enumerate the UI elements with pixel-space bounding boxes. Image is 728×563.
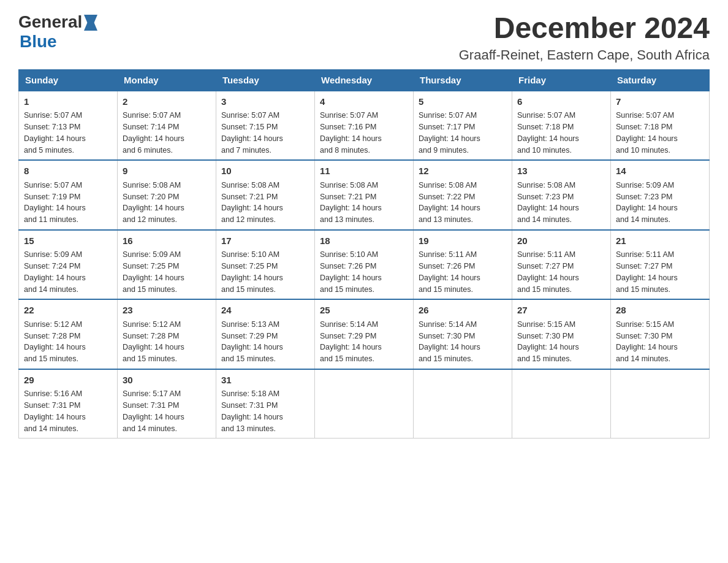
sunrise-text: Sunrise: 5:07 AM	[320, 111, 378, 120]
daylight-text: Daylight: 14 hours	[320, 343, 382, 351]
table-row: 10Sunrise: 5:08 AMSunset: 7:21 PMDayligh…	[216, 160, 315, 230]
sunset-text: Sunset: 7:25 PM	[221, 262, 278, 270]
daylight-and-text: and 9 minutes.	[419, 146, 469, 155]
day-number: 28	[616, 304, 704, 318]
day-number: 17	[221, 234, 309, 248]
calendar-week-row: 1Sunrise: 5:07 AMSunset: 7:13 PMDaylight…	[19, 91, 710, 161]
logo-arrow-icon	[84, 15, 97, 31]
sunrise-text: Sunrise: 5:15 AM	[517, 320, 575, 329]
daylight-and-text: and 8 minutes.	[320, 146, 370, 155]
day-number: 15	[24, 234, 112, 248]
sunset-text: Sunset: 7:24 PM	[24, 262, 80, 270]
table-row: 7Sunrise: 5:07 AMSunset: 7:18 PMDaylight…	[611, 91, 710, 161]
sunrise-text: Sunrise: 5:13 AM	[221, 320, 279, 329]
day-number: 9	[123, 164, 211, 178]
daylight-text: Daylight: 14 hours	[221, 204, 283, 212]
calendar-title: December 2024	[459, 12, 710, 45]
sunrise-text: Sunrise: 5:15 AM	[616, 320, 674, 329]
table-row: 15Sunrise: 5:09 AMSunset: 7:24 PMDayligh…	[19, 230, 118, 300]
table-row: 25Sunrise: 5:14 AMSunset: 7:29 PMDayligh…	[315, 299, 414, 369]
sunrise-text: Sunrise: 5:08 AM	[221, 181, 279, 190]
day-number: 31	[221, 373, 309, 388]
table-row	[611, 369, 710, 439]
sunrise-text: Sunrise: 5:08 AM	[320, 181, 378, 190]
daylight-text: Daylight: 14 hours	[24, 343, 86, 351]
sunset-text: Sunset: 7:23 PM	[616, 193, 672, 201]
table-row	[414, 369, 512, 439]
sunrise-text: Sunrise: 5:14 AM	[320, 320, 378, 329]
day-number: 21	[616, 234, 704, 248]
daylight-and-text: and 15 minutes.	[320, 285, 374, 294]
day-number: 7	[616, 95, 704, 109]
day-number: 12	[419, 164, 507, 178]
table-row: 30Sunrise: 5:17 AMSunset: 7:31 PMDayligh…	[118, 369, 216, 439]
table-row: 21Sunrise: 5:11 AMSunset: 7:27 PMDayligh…	[611, 230, 710, 300]
daylight-and-text: and 14 minutes.	[616, 215, 670, 224]
sunrise-text: Sunrise: 5:09 AM	[123, 250, 181, 259]
day-number: 26	[419, 304, 507, 318]
header-area: General Blue December 2024 Graaff-Reinet…	[18, 12, 710, 63]
title-area: December 2024 Graaff-Reinet, Eastern Cap…	[459, 12, 710, 63]
daylight-and-text: and 13 minutes.	[419, 215, 473, 224]
day-number: 19	[419, 234, 507, 248]
sunrise-text: Sunrise: 5:07 AM	[24, 111, 82, 120]
sunset-text: Sunset: 7:25 PM	[123, 262, 179, 270]
table-row: 9Sunrise: 5:08 AMSunset: 7:20 PMDaylight…	[118, 160, 216, 230]
table-row: 17Sunrise: 5:10 AMSunset: 7:25 PMDayligh…	[216, 230, 315, 300]
day-number: 6	[517, 95, 605, 109]
calendar-week-row: 15Sunrise: 5:09 AMSunset: 7:24 PMDayligh…	[19, 230, 710, 300]
daylight-text: Daylight: 14 hours	[221, 413, 283, 421]
daylight-text: Daylight: 14 hours	[123, 274, 184, 282]
daylight-text: Daylight: 14 hours	[24, 413, 86, 421]
table-row: 16Sunrise: 5:09 AMSunset: 7:25 PMDayligh…	[118, 230, 216, 300]
table-row: 14Sunrise: 5:09 AMSunset: 7:23 PMDayligh…	[611, 160, 710, 230]
daylight-and-text: and 13 minutes.	[320, 215, 374, 224]
daylight-and-text: and 15 minutes.	[123, 354, 177, 363]
table-row: 28Sunrise: 5:15 AMSunset: 7:30 PMDayligh…	[611, 299, 710, 369]
daylight-text: Daylight: 14 hours	[24, 274, 86, 282]
sunrise-text: Sunrise: 5:12 AM	[123, 320, 181, 329]
calendar-week-row: 22Sunrise: 5:12 AMSunset: 7:28 PMDayligh…	[19, 299, 710, 369]
daylight-and-text: and 10 minutes.	[616, 146, 670, 155]
logo: General Blue	[18, 12, 97, 52]
day-number: 8	[24, 164, 112, 178]
daylight-text: Daylight: 14 hours	[123, 134, 184, 143]
daylight-text: Daylight: 14 hours	[123, 413, 184, 421]
sunrise-text: Sunrise: 5:07 AM	[123, 111, 181, 120]
daylight-text: Daylight: 14 hours	[419, 134, 480, 143]
daylight-text: Daylight: 14 hours	[616, 343, 678, 351]
daylight-and-text: and 7 minutes.	[221, 146, 271, 155]
calendar-subtitle: Graaff-Reinet, Eastern Cape, South Afric…	[459, 47, 710, 63]
sunset-text: Sunset: 7:20 PM	[123, 193, 179, 201]
day-number: 29	[24, 373, 112, 388]
day-number: 20	[517, 234, 605, 248]
day-number: 1	[24, 95, 112, 109]
daylight-text: Daylight: 14 hours	[517, 204, 579, 212]
day-number: 23	[123, 304, 211, 318]
table-row: 18Sunrise: 5:10 AMSunset: 7:26 PMDayligh…	[315, 230, 414, 300]
sunset-text: Sunset: 7:19 PM	[24, 193, 80, 201]
sunrise-text: Sunrise: 5:12 AM	[24, 320, 82, 329]
sunset-text: Sunset: 7:31 PM	[123, 401, 179, 410]
daylight-text: Daylight: 14 hours	[517, 343, 579, 351]
daylight-and-text: and 12 minutes.	[221, 215, 276, 224]
daylight-text: Daylight: 14 hours	[221, 134, 283, 143]
sunset-text: Sunset: 7:17 PM	[419, 123, 475, 131]
day-number: 24	[221, 304, 309, 318]
sunset-text: Sunset: 7:31 PM	[221, 401, 278, 410]
sunrise-text: Sunrise: 5:11 AM	[419, 250, 477, 259]
table-row: 6Sunrise: 5:07 AMSunset: 7:18 PMDaylight…	[512, 91, 611, 161]
daylight-and-text: and 15 minutes.	[24, 354, 78, 363]
sunrise-text: Sunrise: 5:07 AM	[517, 111, 575, 120]
sunset-text: Sunset: 7:15 PM	[221, 123, 278, 131]
day-number: 11	[320, 164, 408, 178]
calendar-header-row: Sunday Monday Tuesday Wednesday Thursday…	[19, 69, 710, 91]
daylight-text: Daylight: 14 hours	[123, 343, 184, 351]
sunrise-text: Sunrise: 5:07 AM	[419, 111, 477, 120]
sunset-text: Sunset: 7:18 PM	[517, 123, 574, 131]
daylight-and-text: and 15 minutes.	[419, 285, 473, 294]
day-number: 16	[123, 234, 211, 248]
table-row: 23Sunrise: 5:12 AMSunset: 7:28 PMDayligh…	[118, 299, 216, 369]
sunset-text: Sunset: 7:29 PM	[221, 332, 278, 340]
daylight-text: Daylight: 14 hours	[24, 204, 86, 212]
